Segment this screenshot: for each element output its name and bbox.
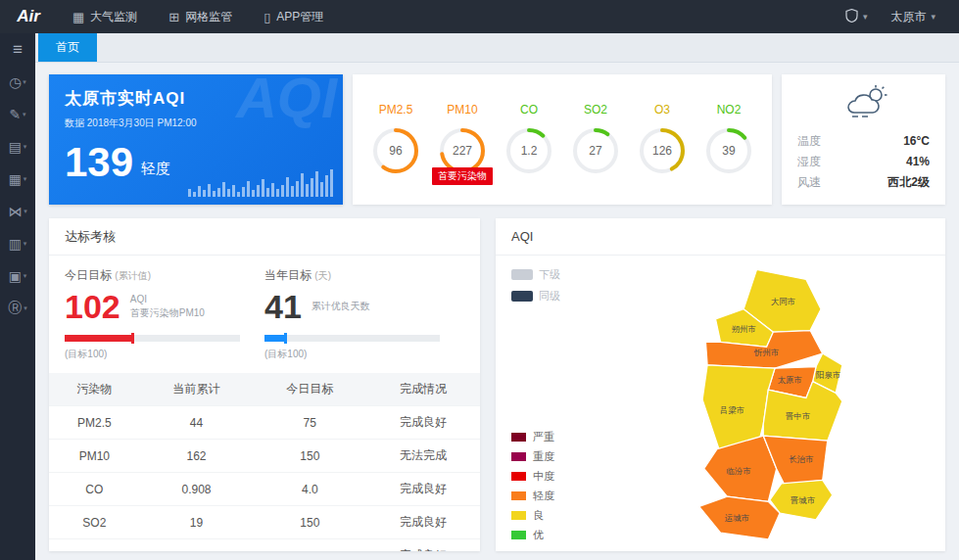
weather-row-wind: 风速 西北2级	[797, 172, 930, 193]
gauge-pm10: PM10 227 首要污染物	[432, 103, 493, 176]
cell-target: 150	[253, 506, 366, 539]
cell-target: 4.0	[253, 473, 366, 506]
weather-value: 16°C	[903, 131, 930, 152]
city-selector-value: 太原市	[890, 9, 926, 25]
column-header: 今日目标	[253, 373, 366, 406]
registered-icon: Ⓡ	[8, 300, 22, 317]
legend-item-lower-level[interactable]: 下级	[511, 267, 560, 282]
weather-value: 41%	[906, 152, 930, 172]
sidebar: ≡ ◷ ▾ ✎ ▾ ▤ ▾ ▦ ▾ ⋈ ▾ ▥ ▾ ▣ ▾ Ⓡ ▾	[0, 33, 35, 560]
legend-label: 同级	[539, 289, 560, 303]
column-header: 完成情况	[366, 373, 480, 406]
legend-item-moderate: 中度	[511, 469, 554, 484]
goal-heading: 当年目标	[264, 268, 312, 282]
gauge-value: 1.2	[503, 125, 554, 176]
goal-progress-fill	[264, 335, 284, 342]
chevron-down-icon: ▾	[863, 12, 868, 22]
app-logo: Air	[0, 7, 57, 26]
sidebar-item-realtime[interactable]: ◷ ▾	[0, 66, 35, 98]
goal-heading: 今日目标	[65, 268, 112, 282]
nav-item-label: 大气监测	[90, 9, 137, 25]
legend-swatch	[511, 491, 526, 500]
navbar-right: ▾ 太原市 ▾	[836, 0, 959, 33]
goal-year: 当年目标 (天) 41 累计优良天数 (目标100)	[264, 267, 464, 361]
city-selector[interactable]: 太原市 ▾	[881, 0, 945, 33]
weather-label: 湿度	[797, 152, 821, 172]
bar-chart-icon: ▥	[9, 236, 22, 252]
cell-status: 完成良好	[366, 406, 480, 440]
legend-label: 严重	[533, 430, 554, 444]
map-region-linfen[interactable]	[703, 436, 776, 501]
notification-dropdown[interactable]: ▾	[836, 0, 878, 33]
weather-value: 西北2级	[887, 172, 930, 193]
gauge-pm25: PM2.5 96	[365, 103, 426, 176]
sidebar-toggle-button[interactable]: ≡	[0, 33, 35, 66]
cell-current: 44	[140, 406, 254, 440]
goal-target: (目标100)	[264, 348, 447, 361]
clipboard-icon: ▣	[9, 268, 22, 284]
gauge-ring: 39	[703, 125, 754, 176]
legend-item-good: 良	[511, 508, 554, 523]
cell-current: 0.908	[140, 473, 254, 506]
nav-item-grid-supervision[interactable]: ⊞ 网格监管	[153, 0, 248, 33]
main-content: AQI 太原市实时AQI 数据 2018年3月30日 PM12:00 139 轻…	[35, 63, 959, 560]
goals-section: 今日目标 (累计值) 102 AQI 首要污染物PM10 (目	[49, 256, 480, 367]
gauge-value: 96	[370, 125, 421, 176]
cell-current: 41	[140, 539, 254, 552]
gauge-ring: 1.2	[503, 125, 554, 176]
table-header-row: 污染物 当前累计 今日目标 完成情况	[49, 373, 480, 406]
table-row: CO 0.908 4.0 完成良好	[49, 473, 480, 506]
analytics-icon: ▦	[9, 171, 22, 187]
goal-line1: 累计优良天数	[312, 300, 370, 313]
sidebar-item-edit[interactable]: ✎ ▾	[0, 98, 35, 130]
sidebar-item-analytics[interactable]: ▦ ▾	[0, 163, 35, 195]
chevron-down-icon: ▾	[24, 208, 27, 215]
legend-item-same-level[interactable]: 同级	[511, 289, 560, 303]
nav-item-label: APP管理	[276, 9, 323, 25]
gauge-label: O3	[632, 103, 693, 117]
phone-icon: ▯	[264, 10, 270, 24]
gauge-so2: SO2 27	[565, 103, 626, 176]
cell-pollutant: SO2	[49, 506, 140, 539]
legend-swatch	[511, 269, 533, 280]
edit-icon: ✎	[9, 107, 21, 122]
chevron-down-icon: ▾	[24, 240, 27, 248]
legend-swatch	[511, 452, 526, 461]
tab-home[interactable]: 首页	[38, 33, 97, 62]
legend-item-excellent: 优	[511, 528, 554, 542]
sidebar-item-reports[interactable]: ▣ ▾	[0, 259, 35, 292]
gauge-ring: 96	[370, 125, 421, 176]
column-header: 污染物	[49, 373, 140, 406]
goal-value: 102	[65, 290, 120, 323]
goal-unit: (天)	[314, 270, 331, 281]
legend-item-light: 轻度	[511, 489, 554, 503]
legend-swatch	[511, 433, 526, 442]
chevron-down-icon: ▾	[931, 12, 935, 22]
nav-item-app-management[interactable]: ▯ APP管理	[248, 0, 339, 33]
cell-current: 19	[140, 506, 254, 539]
cell-target: 75	[253, 406, 366, 440]
chart-icon: ▦	[72, 10, 84, 24]
cell-status: 完成良好	[366, 473, 480, 506]
legend-label: 重度	[533, 449, 554, 464]
goal-value: 41	[264, 290, 302, 323]
cell-target: 80	[253, 539, 366, 552]
sidebar-item-documents[interactable]: ▤ ▾	[0, 130, 35, 163]
legend-swatch	[511, 511, 526, 520]
sidebar-item-statistics[interactable]: ▥ ▾	[0, 227, 35, 259]
sidebar-item-network[interactable]: ⋈ ▾	[0, 195, 35, 227]
primary-pollutant-badge: 首要污染物	[432, 167, 493, 185]
gauge-ring: 126	[637, 125, 688, 176]
legend-swatch	[511, 531, 526, 539]
gauge-value: 39	[703, 125, 754, 176]
weather-row-humidity: 湿度 41%	[797, 152, 930, 172]
nav-item-air-monitoring[interactable]: ▦ 大气监测	[57, 0, 153, 33]
legend-item-severe: 严重	[511, 430, 554, 444]
legend-swatch	[511, 472, 526, 481]
sidebar-item-registry[interactable]: Ⓡ ▾	[0, 292, 35, 324]
map-region-yuncheng[interactable]	[698, 496, 779, 539]
goal-unit: (累计值)	[115, 270, 151, 281]
clock-icon: ◷	[9, 74, 21, 90]
gauge-value: 27	[570, 125, 621, 176]
chevron-down-icon: ▾	[24, 304, 27, 312]
